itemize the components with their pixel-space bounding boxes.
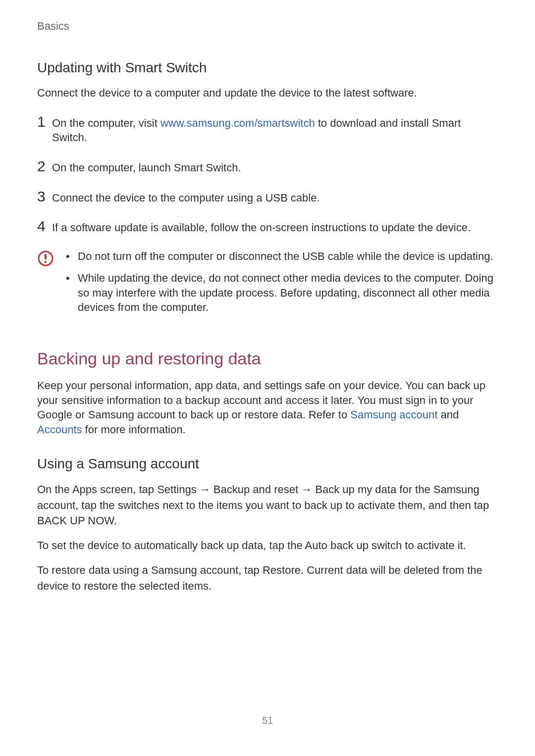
step-1-text-a: On the computer, visit xyxy=(52,117,160,129)
step-3: 3 Connect the device to the computer usi… xyxy=(37,189,498,205)
numbered-steps-list: 1 On the computer, visit www.samsung.com… xyxy=(37,114,498,235)
warning-bullet-2-text: While updating the device, do not connec… xyxy=(78,271,498,315)
bullet-dot-icon: • xyxy=(66,271,78,286)
step-2: 2 On the computer, launch Smart Switch. xyxy=(37,159,498,175)
heading-updating-smart-switch: Updating with Smart Switch xyxy=(37,60,498,76)
intro-text-smart-switch: Connect the device to a computer and upd… xyxy=(37,86,498,101)
step-1-content: On the computer, visit www.samsung.com/s… xyxy=(52,114,498,145)
warning-icon xyxy=(37,250,54,267)
paragraph-restore: To restore data using a Samsung account,… xyxy=(37,562,498,594)
intro-text-b: and xyxy=(437,408,459,421)
heading-using-samsung-account: Using a Samsung account xyxy=(37,456,498,472)
svg-rect-1 xyxy=(45,254,47,259)
step-4: 4 If a software update is available, fol… xyxy=(37,219,498,235)
intro-text-c: for more information. xyxy=(82,423,186,436)
heading-backing-up: Backing up and restoring data xyxy=(37,349,498,368)
page-number: 51 xyxy=(262,715,273,726)
paragraph-backup-instructions: On the Apps screen, tap Settings → Backu… xyxy=(37,482,498,529)
intro-backing-up: Keep your personal information, app data… xyxy=(37,378,498,437)
smartswitch-link[interactable]: www.samsung.com/smartswitch xyxy=(160,117,315,129)
step-number-2: 2 xyxy=(37,159,52,174)
bullet-dot-icon: • xyxy=(66,249,78,264)
paragraph-auto-backup: To set the device to automatically back … xyxy=(37,538,498,554)
step-2-content: On the computer, launch Smart Switch. xyxy=(52,159,498,175)
header-section-label: Basics xyxy=(37,20,498,33)
svg-point-2 xyxy=(45,261,47,263)
step-1: 1 On the computer, visit www.samsung.com… xyxy=(37,114,498,145)
accounts-link[interactable]: Accounts xyxy=(37,423,82,436)
warning-block: • Do not turn off the computer or discon… xyxy=(37,249,498,322)
warning-content: • Do not turn off the computer or discon… xyxy=(66,249,498,322)
samsung-account-link[interactable]: Samsung account xyxy=(350,408,437,421)
step-4-content: If a software update is available, follo… xyxy=(52,219,498,235)
step-number-4: 4 xyxy=(37,219,52,234)
warning-bullet-1: • Do not turn off the computer or discon… xyxy=(66,249,498,264)
step-3-content: Connect the device to the computer using… xyxy=(52,189,498,205)
warning-bullet-1-text: Do not turn off the computer or disconne… xyxy=(78,249,498,264)
step-number-1: 1 xyxy=(37,114,52,129)
step-number-3: 3 xyxy=(37,189,52,204)
warning-bullet-2: • While updating the device, do not conn… xyxy=(66,271,498,315)
